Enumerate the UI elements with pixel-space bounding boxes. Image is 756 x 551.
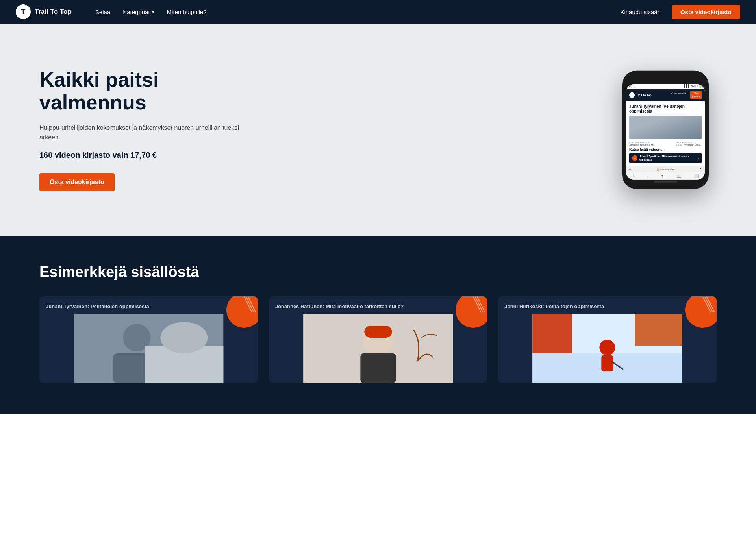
card-lines-1 (236, 296, 258, 312)
hero-subtitle: Huippu-urheilijoiden kokemukset ja näkem… (39, 123, 244, 142)
phone-forward-icon: › (647, 174, 648, 178)
card-img-svg-2 (269, 314, 487, 383)
card-lines-2 (465, 296, 487, 312)
phone-mockup: 12.13 ▌▌▌ WiFi 🔋 T Trail To Top Kirjaudu… (622, 71, 709, 189)
section-title: Esimerkkejä sisällöstä (39, 264, 717, 281)
phone-prev-label-group: EDELLINEN VIDEO Johannes Hattunen: Mi... (629, 141, 656, 146)
phone-login: Kirjaudu sisään (669, 91, 689, 99)
phone-text-size: AA (628, 168, 632, 171)
phone-reload-icon: ↻ (700, 168, 702, 171)
card-img-svg-1 (39, 314, 258, 383)
phone-bookmarks-icon: 📖 (676, 174, 681, 178)
cta-button-nav[interactable]: Osta videokirjasto (672, 5, 740, 19)
phone-article-title: Juhani Tyrväinen: Pelitaitojen oppimises… (629, 104, 702, 113)
phone-logo-text: Trail To Top (636, 94, 652, 96)
phone-address-text: 🔒 trailltotop.com (656, 168, 674, 171)
card-image-2 (269, 314, 487, 383)
phone-section-title: Katso lisää videoita (629, 147, 702, 151)
phone-nav-labels: EDELLINEN VIDEO Johannes Hattunen: Mi...… (629, 141, 702, 146)
cards-grid: Juhani Tyrväinen: Pelitaitojen oppimises… (39, 296, 717, 383)
svg-rect-24 (602, 355, 613, 371)
phone-screen: 12.13 ▌▌▌ WiFi 🔋 T Trail To Top Kirjaudu… (626, 84, 705, 180)
phone-video-card: ≡ Juhani Tyrväinen: Miten neuvoisit nuor… (629, 153, 702, 163)
phone-article-image (629, 115, 702, 139)
card-img-svg-3 (498, 314, 717, 383)
card-top-2: Johannes Hattunen: Mitä motivaatio tarko… (269, 296, 487, 314)
card-label-1: Juhani Tyrväinen: Pelitaitojen oppimises… (46, 303, 149, 309)
phone-logo-icon: T (629, 92, 635, 98)
phone-video-text: Juhani Tyrväinen: Miten neuvoisit nuorta… (637, 155, 698, 161)
video-card-1[interactable]: Juhani Tyrväinen: Pelitaitojen oppimises… (39, 296, 258, 383)
svg-point-7 (160, 322, 208, 353)
phone-logo: T Trail To Top (629, 92, 652, 98)
svg-line-18 (703, 297, 711, 312)
svg-line-0 (248, 297, 256, 312)
card-image-1 (39, 314, 258, 383)
hero-content: Kaikki paitsi valmennus Huippu-urheilijo… (39, 68, 244, 191)
nav-links: Selaa Kategoriat Miten huipulle? (95, 9, 621, 15)
hero-title: Kaikki paitsi valmennus (39, 68, 244, 113)
svg-rect-15 (360, 353, 396, 383)
phone-back-icon: ‹ (632, 174, 634, 178)
phone-nav-buttons: Kirjaudu sisään Tilaa palvelu (669, 91, 702, 99)
phone-next-label-group: SEURAAVA VIDEO Juhani Tyrväinen: Mikä... (676, 141, 702, 146)
nav-item-selaa[interactable]: Selaa (95, 9, 110, 15)
phone-address-bar: AA 🔒 trailltotop.com ↻ (626, 166, 705, 172)
card-image-3 (498, 314, 717, 383)
dark-section: Esimerkkejä sisällöstä Juhani Tyrväinen:… (0, 236, 756, 414)
phone-content: Juhani Tyrväinen: Pelitaitojen oppimises… (626, 101, 705, 166)
phone-share-icon: ⬆ (660, 174, 663, 178)
phone-home-bar (654, 181, 677, 183)
phone-bottom-bar: ‹ › ⬆ 📖 ⬜ (626, 172, 705, 180)
phone-person-image (629, 115, 702, 139)
video-card-3[interactable]: Jenni Hiirikoski: Pelitaitojen oppimises… (498, 296, 717, 383)
phone-notch (652, 76, 679, 82)
logo-icon: T (16, 4, 31, 19)
svg-rect-22 (635, 314, 682, 346)
svg-rect-21 (533, 314, 572, 353)
svg-line-8 (477, 297, 485, 312)
nav-right: Kirjaudu sisään Osta videokirjasto (620, 5, 740, 19)
svg-line-16 (707, 297, 715, 312)
hero-cta-button[interactable]: Osta videokirjasto (39, 173, 115, 191)
phone-next-caption: Juhani Tyrväinen: Mikä... (676, 143, 702, 146)
nav-item-miten[interactable]: Miten huipulle? (167, 9, 207, 15)
logo-link[interactable]: T Trail To Top (16, 4, 72, 19)
card-lines-3 (695, 296, 717, 312)
phone-video-arrow: › (698, 156, 699, 160)
phone-subscribe: Tilaa palvelu (690, 91, 702, 99)
phone-inner-nav: T Trail To Top Kirjaudu sisään Tilaa pal… (626, 89, 705, 101)
hero-price: 160 videon kirjasto vain 17,70 € (39, 151, 244, 160)
hero-section: Kaikki paitsi valmennus Huippu-urheilijo… (0, 24, 756, 236)
phone-time: 12.13 (628, 84, 636, 88)
card-top-3: Jenni Hiirikoski: Pelitaitojen oppimises… (498, 296, 717, 314)
svg-line-10 (473, 297, 481, 312)
card-label-2: Johannes Hattunen: Mitä motivaatio tarko… (275, 303, 404, 309)
phone-status-bar: 12.13 ▌▌▌ WiFi 🔋 (626, 84, 705, 89)
nav-item-kategoriat[interactable]: Kategoriat (123, 9, 154, 15)
logo-text: Trail To Top (35, 8, 72, 16)
svg-rect-14 (364, 326, 392, 338)
phone-tabs-icon: ⬜ (694, 174, 699, 178)
login-button[interactable]: Kirjaudu sisään (620, 9, 661, 15)
phone-prev-caption: Johannes Hattunen: Mi... (629, 143, 656, 146)
svg-line-2 (244, 297, 252, 312)
phone-video-title: Juhani Tyrväinen: Miten neuvoisit nuorta… (639, 155, 696, 161)
svg-line-17 (705, 297, 713, 312)
card-label-3: Jenni Hiirikoski: Pelitaitojen oppimises… (504, 303, 604, 309)
phone-signal: ▌▌▌ WiFi 🔋 (684, 84, 702, 88)
phone-video-icon: ≡ (632, 155, 637, 161)
svg-line-9 (475, 297, 483, 312)
card-top-1: Juhani Tyrväinen: Pelitaitojen oppimises… (39, 296, 258, 314)
svg-line-1 (246, 297, 254, 312)
navbar: T Trail To Top Selaa Kategoriat Miten hu… (0, 0, 756, 24)
svg-point-23 (600, 340, 615, 355)
video-card-2[interactable]: Johannes Hattunen: Mitä motivaatio tarko… (269, 296, 487, 383)
